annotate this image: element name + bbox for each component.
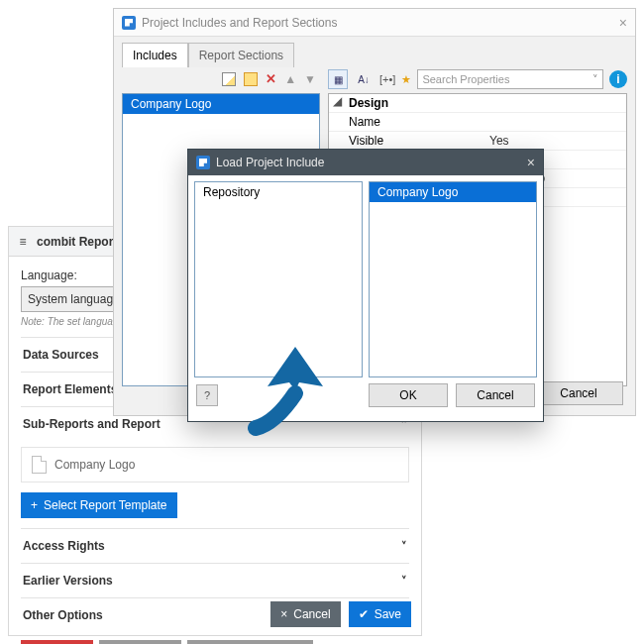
- action-button-row: 🗑 Delete ⎘ Duplicate 🗓 Schedule Report ✎…: [21, 640, 409, 644]
- categorized-icon[interactable]: ▦: [328, 69, 348, 89]
- button-label: Select Report Template: [44, 498, 167, 512]
- list-item[interactable]: Company Logo: [123, 94, 319, 114]
- accordion-label: Other Options: [23, 608, 103, 622]
- prop-visible-key: Visible: [345, 132, 485, 150]
- panel-footer: × Cancel ✔ Save: [270, 601, 411, 627]
- app-icon: [122, 16, 136, 30]
- dialog-title: Project Includes and Report Sections: [142, 16, 337, 30]
- search-input[interactable]: Search Properties: [417, 69, 603, 89]
- close-icon[interactable]: ×: [619, 15, 627, 31]
- favorite-icon[interactable]: ★: [401, 73, 411, 86]
- property-toolbar: ▦ A↓ [+•] ★ Search Properties i: [328, 67, 627, 91]
- schedule-button[interactable]: 🗓 Schedule Report: [187, 640, 313, 644]
- include-file-row[interactable]: Company Logo: [21, 447, 409, 483]
- accordion-label: Report Elements: [23, 382, 117, 396]
- prop-visible-val[interactable]: Yes: [485, 132, 626, 150]
- check-icon: ✔: [359, 607, 369, 621]
- accordion-label: Access Rights: [23, 539, 105, 553]
- accordion-label: Sub-Reports and Report: [23, 417, 161, 431]
- move-up-icon[interactable]: ▲: [284, 72, 296, 86]
- prop-name-key: Name: [345, 113, 485, 131]
- dialog-titlebar[interactable]: Load Project Include ×: [188, 150, 543, 175]
- open-icon[interactable]: [244, 72, 258, 86]
- button-label: Save: [375, 607, 401, 621]
- save-button[interactable]: ✔ Save: [349, 601, 411, 627]
- includes-listbox[interactable]: Company Logo: [369, 181, 537, 377]
- button-label: Cancel: [293, 607, 330, 621]
- delete-button[interactable]: 🗑 Delete: [21, 640, 93, 644]
- chevron-down-icon: ˅: [401, 575, 407, 588]
- info-icon[interactable]: i: [609, 70, 627, 88]
- cancel-button[interactable]: Cancel: [534, 381, 623, 405]
- file-name: Company Logo: [54, 458, 135, 472]
- accordion-access-rights[interactable]: Access Rights ˅: [21, 528, 409, 563]
- accordion-label: Data Sources: [23, 348, 99, 362]
- dialog-body: Repository Company Logo: [188, 175, 543, 383]
- hamburger-icon[interactable]: ≡: [9, 235, 37, 249]
- delete-icon[interactable]: ✕: [266, 73, 276, 85]
- load-include-dialog: Load Project Include × Repository Compan…: [187, 149, 544, 422]
- cancel-button[interactable]: × Cancel: [270, 601, 340, 627]
- accordion-earlier-versions[interactable]: Earlier Versions ˅: [21, 563, 409, 597]
- file-icon: [32, 456, 47, 474]
- collapse-icon[interactable]: ◢: [329, 94, 345, 112]
- select-template-button[interactable]: + Select Report Template: [21, 492, 177, 518]
- move-down-icon[interactable]: ▼: [304, 72, 316, 86]
- new-icon[interactable]: [222, 72, 236, 86]
- dialog-title: Load Project Include: [216, 156, 324, 169]
- app-icon: [196, 156, 210, 169]
- accordion-label: Earlier Versions: [23, 574, 113, 588]
- includes-toolbar: ✕ ▲ ▼: [122, 67, 320, 91]
- dialog-footer: ? OK Cancel: [188, 383, 543, 415]
- category-design: Design: [345, 94, 485, 112]
- cancel-button[interactable]: Cancel: [456, 383, 535, 407]
- tabbar: Includes Report Sections: [114, 37, 635, 67]
- sort-az-icon[interactable]: A↓: [354, 69, 374, 89]
- dialog-titlebar: Project Includes and Report Sections ×: [114, 9, 635, 37]
- close-icon: ×: [280, 607, 287, 621]
- annotation-arrow-icon: [246, 339, 345, 438]
- tab-report-sections[interactable]: Report Sections: [188, 43, 294, 67]
- chevron-down-icon: ˅: [401, 540, 407, 553]
- expand-icon[interactable]: [+•]: [379, 73, 395, 85]
- list-item[interactable]: Company Logo: [370, 182, 536, 202]
- close-icon[interactable]: ×: [527, 155, 535, 170]
- prop-name-val[interactable]: [485, 113, 626, 131]
- plus-icon: +: [31, 498, 38, 512]
- tab-includes[interactable]: Includes: [122, 43, 188, 67]
- ok-button[interactable]: OK: [369, 383, 448, 407]
- help-button[interactable]: ?: [196, 384, 218, 406]
- list-item[interactable]: Repository: [195, 182, 362, 202]
- duplicate-button[interactable]: ⎘ Duplicate: [99, 640, 181, 644]
